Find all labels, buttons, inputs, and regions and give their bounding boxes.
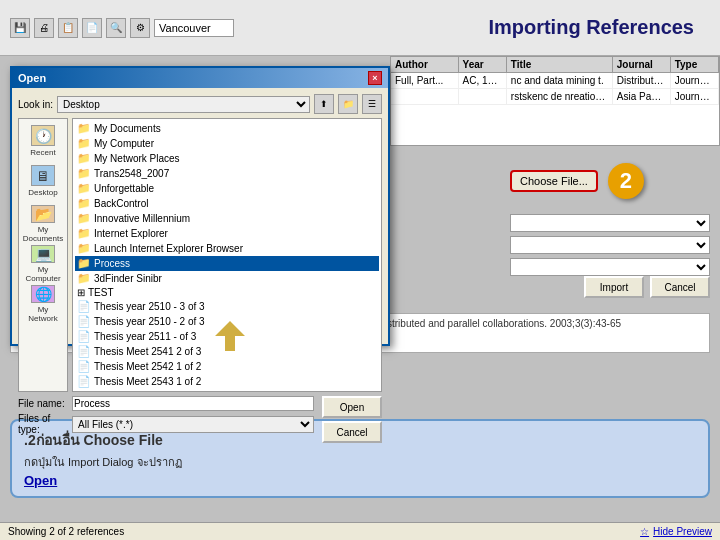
list-item[interactable]: Trans2548_2007	[75, 166, 379, 181]
list-item[interactable]: ⊞ TEST	[75, 286, 379, 299]
sidebar-recent-label: Recent	[30, 148, 55, 157]
cancel-button[interactable]: Cancel	[322, 421, 382, 443]
cell-type: Journa Ar...	[671, 73, 719, 88]
status-bar: Showing 2 of 2 references ☆ Hide Preview	[0, 522, 720, 540]
cell-year: AC, 19/0...	[459, 73, 507, 88]
col-journal: Journal	[613, 57, 671, 72]
file-name: 3dFinder Sinibr	[94, 273, 162, 284]
choose-file-area: Choose File... 2	[510, 151, 710, 211]
my-network-icon: 🌐	[31, 285, 55, 303]
table-row[interactable]: Full, Part... AC, 19/0... nc and data mi…	[391, 73, 719, 89]
file-name: Thesis Meet 2542 1 of 2	[94, 361, 201, 372]
toolbar-icon-3[interactable]: 📋	[58, 18, 78, 38]
folder-icon	[77, 257, 91, 270]
doc-icon	[77, 375, 91, 388]
dialog-bottom-area: File name: Files of type: All Files (*.*…	[18, 396, 382, 443]
view-icon[interactable]: ☰	[362, 94, 382, 114]
import-button[interactable]: Import	[584, 276, 644, 298]
lookin-row: Look in: Desktop ⬆ 📁 ☰	[18, 94, 382, 114]
list-item[interactable]: My Network Places	[75, 151, 379, 166]
sidebar-my-computer[interactable]: 💻 My Computer	[23, 243, 63, 279]
folder-icon	[77, 137, 91, 150]
list-item-selected[interactable]: Process	[75, 256, 379, 271]
list-item[interactable]: BackControl	[75, 196, 379, 211]
main-area: Author Year Title Journal Type Full, Par…	[0, 56, 720, 518]
hide-preview-button[interactable]: ☆ Hide Preview	[640, 526, 712, 537]
my-documents-icon: 📂	[31, 205, 55, 223]
sidebar-computer-label: My Computer	[25, 265, 61, 283]
file-name: Thesis Meet 2541 2 of 3	[94, 346, 201, 357]
open-cancel-buttons: Open Cancel	[322, 396, 382, 443]
toolbar-icon-2[interactable]: 🖨	[34, 18, 54, 38]
new-folder-icon[interactable]: 📁	[338, 94, 358, 114]
filename-label: File name:	[18, 398, 68, 409]
list-item[interactable]: Internet Explorer	[75, 226, 379, 241]
filetype-label: Files of type:	[18, 413, 68, 435]
list-item[interactable]: Launch Internet Explorer Browser	[75, 241, 379, 256]
importing-references-title: Importing References	[472, 8, 710, 47]
toolbar-icon-4[interactable]: 📄	[82, 18, 102, 38]
list-item[interactable]: My Computer	[75, 136, 379, 151]
list-item[interactable]: My Documents	[75, 121, 379, 136]
dropdown-1[interactable]	[510, 214, 710, 232]
cell-year	[459, 89, 507, 104]
sidebar-desktop[interactable]: 🖥 Desktop	[23, 163, 63, 199]
filetype-select[interactable]: All Files (*.*)	[72, 416, 314, 433]
desktop-icon: 🖥	[31, 165, 55, 186]
folder-icon	[77, 182, 91, 195]
folder-icon	[77, 272, 91, 285]
cell-title: nc and data mining t.	[507, 73, 613, 88]
filename-filetype-fields: File name: Files of type: All Files (*.*…	[18, 396, 314, 443]
right-dropdowns	[510, 214, 710, 276]
dialog-close-button[interactable]: ×	[368, 71, 382, 85]
list-item[interactable]: Thesis Meet 2543 1 of 2	[75, 374, 379, 389]
file-name: My Documents	[94, 123, 161, 134]
sidebar-my-network[interactable]: 🌐 My Network	[23, 283, 63, 319]
toolbar-icon-1[interactable]: 💾	[10, 18, 30, 38]
choose-file-button[interactable]: Choose File...	[510, 170, 598, 192]
file-name: Thesis year 2510 - 3 of 3	[94, 301, 205, 312]
instruction-text: กดปุ่มใน Import Dialog จะปรากฏ	[24, 455, 696, 470]
my-computer-icon: 💻	[31, 245, 55, 263]
dialog-body: Look in: Desktop ⬆ 📁 ☰ 🕐 Recent 🖥	[12, 88, 388, 344]
toolbar-icon-5[interactable]: 🔍	[106, 18, 126, 38]
table-row[interactable]: rstskenc de nreation... Asia Pacif... Jo…	[391, 89, 719, 105]
svg-marker-0	[215, 321, 245, 351]
doc-icon	[77, 360, 91, 373]
list-item[interactable]: Innovative Millennium	[75, 211, 379, 226]
open-button[interactable]: Open	[322, 396, 382, 418]
list-item[interactable]: Unforgettable	[75, 181, 379, 196]
folder-icon	[77, 152, 91, 165]
status-showing: Showing 2 of 2 references	[8, 526, 124, 537]
cancel-main-button[interactable]: Cancel	[650, 276, 710, 298]
dialog-titlebar: Open ×	[12, 68, 388, 88]
toolbar-icon-6[interactable]: ⚙	[130, 18, 150, 38]
search-input[interactable]	[154, 19, 234, 37]
list-item[interactable]: Thesis year 2510 - 3 of 3	[75, 299, 379, 314]
dropdown-3[interactable]	[510, 258, 710, 276]
sidebar-my-documents[interactable]: 📂 My Documents	[23, 203, 63, 239]
up-folder-icon[interactable]: ⬆	[314, 94, 334, 114]
dropdown-2[interactable]	[510, 236, 710, 254]
cell-journal: Asia Pacif...	[613, 89, 671, 104]
doc-icon	[77, 345, 91, 358]
lookin-select[interactable]: Desktop	[57, 96, 310, 113]
open-link[interactable]: Open	[24, 473, 696, 488]
list-item[interactable]: 3dFinder Sinibr	[75, 271, 379, 286]
filename-input[interactable]	[72, 396, 314, 411]
file-name: Launch Internet Explorer Browser	[94, 243, 243, 254]
file-name: Unforgettable	[94, 183, 154, 194]
filetype-field-row: Files of type: All Files (*.*)	[18, 413, 314, 435]
file-name: Thesis year 2511 - of 3	[94, 331, 196, 342]
recent-icon: 🕐	[31, 125, 55, 146]
col-year: Year	[459, 57, 507, 72]
lookin-label: Look in:	[18, 99, 53, 110]
doc-icon	[77, 330, 91, 343]
step-number-2: 2	[608, 163, 644, 199]
doc-icon	[77, 315, 91, 328]
filename-field-row: File name:	[18, 396, 314, 411]
sidebar-recent[interactable]: 🕐 Recent	[23, 123, 63, 159]
file-name: Innovative Millennium	[94, 213, 190, 224]
col-title: Title	[507, 57, 613, 72]
list-item[interactable]: Thesis Meet 2542 1 of 2	[75, 359, 379, 374]
